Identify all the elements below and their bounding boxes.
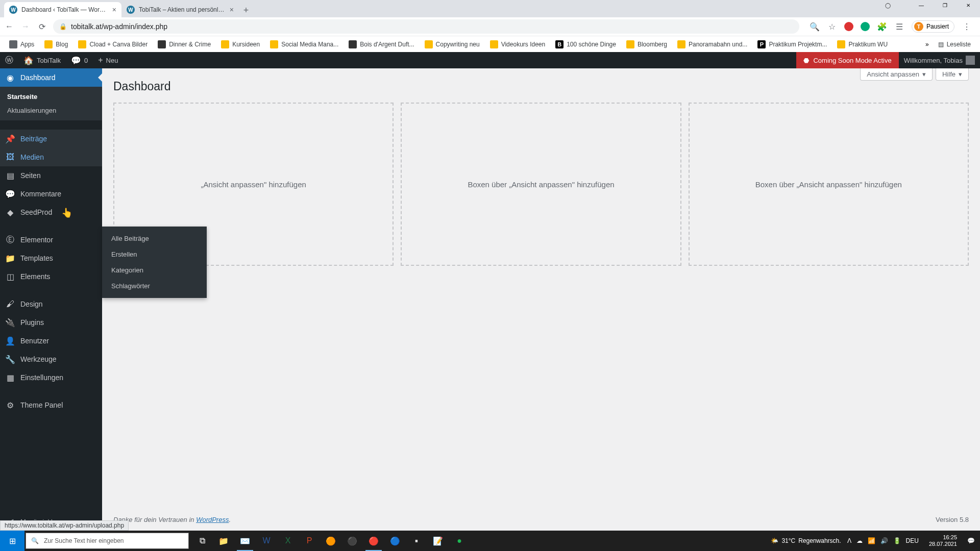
flyout-tags[interactable]: Schlagwörter: [102, 278, 207, 294]
gear-icon: ⚙: [5, 400, 15, 410]
bookmark-item[interactable]: Social Media Mana...: [266, 38, 342, 51]
volume-icon[interactable]: 🔊: [880, 537, 888, 544]
site-name-menu[interactable]: 🏠TobiTalk: [18, 52, 66, 68]
task-view-icon[interactable]: ⧉: [192, 531, 212, 551]
mail-icon[interactable]: ✉️: [235, 531, 255, 551]
menu-users[interactable]: 👤Benutzer: [0, 332, 102, 350]
bookmark-item[interactable]: B100 schöne Dinge: [551, 38, 620, 51]
menu-settings[interactable]: ▦Einstellungen: [0, 368, 102, 387]
widget-drop-zone[interactable]: Boxen über „Ansicht anpassen" hinzufügen: [401, 103, 681, 266]
menu-icon[interactable]: ⋮: [962, 21, 972, 32]
app-icon[interactable]: 🟠: [321, 531, 341, 551]
wordpress-favicon: W: [127, 6, 135, 14]
menu-dashboard[interactable]: ◉Dashboard: [0, 68, 102, 87]
menu-theme-panel[interactable]: ⚙Theme Panel: [0, 396, 102, 414]
bookmark-item[interactable]: Panoramabahn und...: [673, 38, 751, 51]
browser-tab[interactable]: W TobiTalk – Aktien und persönlich ×: [121, 2, 239, 17]
flyout-all-posts[interactable]: Alle Beiträge: [102, 231, 207, 246]
apps-button[interactable]: Apps: [5, 38, 38, 51]
menu-media[interactable]: 🖾Medien: [0, 148, 102, 166]
bookmark-item[interactable]: Dinner & Crime: [154, 38, 215, 51]
flyout-new-post[interactable]: Erstellen: [102, 246, 207, 262]
clock[interactable]: 16:25 28.07.2021: [925, 534, 961, 547]
notifications-icon[interactable]: 💬: [967, 537, 975, 544]
bookmark-item[interactable]: Videokurs Ideen: [486, 38, 550, 51]
submenu-home[interactable]: Startseite: [0, 90, 102, 104]
wifi-icon[interactable]: 📶: [868, 537, 875, 544]
menu-elements[interactable]: ◫Elements: [0, 267, 102, 286]
star-icon[interactable]: ☆: [827, 21, 837, 32]
start-button[interactable]: ⊞: [0, 531, 24, 551]
menu-appearance[interactable]: 🖌Design: [0, 295, 102, 313]
profile-button[interactable]: T Pausiert: [912, 20, 954, 33]
bookmark-item[interactable]: Praktikum WU: [833, 38, 892, 51]
screen-meta: Ansicht anpassen▾ Hilfe▾: [860, 68, 969, 81]
reading-list-icon[interactable]: ☰: [894, 21, 904, 32]
forward-button[interactable]: →: [20, 21, 31, 32]
incognito-icon[interactable]: ◯: [876, 0, 899, 10]
tab-title: TobiTalk – Aktien und persönlich: [139, 6, 226, 13]
reading-list-button[interactable]: ▤Leseliste: [934, 39, 975, 50]
folder-icon: [44, 40, 53, 48]
extension-icon[interactable]: [861, 22, 870, 31]
notepad-icon[interactable]: 📝: [428, 531, 448, 551]
folder-icon: 📁: [5, 253, 15, 263]
comments-menu[interactable]: 💬0: [66, 52, 93, 68]
help-button[interactable]: Hilfe▾: [936, 68, 969, 81]
bookmark-item[interactable]: Bois d'Argent Duft...: [345, 38, 418, 51]
weather-widget[interactable]: 🌤️ 31°C Regenwahrsch.: [771, 537, 841, 544]
user-menu[interactable]: Willkommen, Tobias: [899, 52, 980, 68]
maximize-button[interactable]: ❐: [933, 0, 957, 10]
browser-tab-active[interactable]: W Dashboard ‹ TobiTalk — WordPr ×: [4, 2, 121, 17]
tray-chevron-icon[interactable]: ᐱ: [847, 537, 851, 544]
zoom-icon[interactable]: 🔍: [810, 21, 820, 32]
menu-elementor[interactable]: ⒺElementor: [0, 231, 102, 249]
obs-icon[interactable]: ⚫: [342, 531, 362, 551]
battery-icon[interactable]: 🔋: [893, 537, 901, 544]
extensions-icon[interactable]: 🧩: [877, 21, 887, 32]
bookmarks-overflow[interactable]: »: [925, 41, 929, 48]
menu-comments[interactable]: 💬Kommentare: [0, 185, 102, 203]
new-content-menu[interactable]: +Neu: [93, 52, 123, 68]
menu-posts[interactable]: 📌Beiträge: [0, 130, 102, 148]
wordpress-link[interactable]: WordPress: [196, 516, 229, 523]
bookmark-item[interactable]: Kursideen: [217, 38, 264, 51]
widget-drop-zone[interactable]: Boxen über „Ansicht anpassen" hinzufügen: [689, 103, 969, 266]
bookmark-item[interactable]: Copywriting neu: [421, 38, 484, 51]
bookmark-item[interactable]: PPraktikum Projektm...: [753, 38, 831, 51]
spotify-icon[interactable]: ●: [449, 531, 470, 551]
menu-templates[interactable]: 📁Templates: [0, 249, 102, 267]
user-avatar: [966, 56, 975, 65]
coming-soon-badge[interactable]: ⬣Coming Soon Mode Active: [796, 52, 898, 68]
menu-plugins[interactable]: 🔌Plugins: [0, 313, 102, 332]
language-indicator[interactable]: DEU: [906, 537, 919, 544]
new-tab-button[interactable]: +: [239, 3, 253, 17]
menu-seedprod[interactable]: ◆SeedProd: [0, 203, 102, 221]
submenu-updates[interactable]: Aktualisierungen: [0, 104, 102, 117]
reload-button[interactable]: ⟳: [37, 21, 47, 32]
close-window-button[interactable]: ✕: [957, 0, 980, 10]
excel-icon[interactable]: X: [278, 531, 298, 551]
wp-logo-menu[interactable]: ⓦ: [0, 52, 18, 68]
explorer-icon[interactable]: 📁: [213, 531, 234, 551]
extension-icon[interactable]: [844, 22, 853, 31]
word-icon[interactable]: W: [256, 531, 277, 551]
onedrive-icon[interactable]: ☁: [856, 537, 863, 544]
app-icon[interactable]: ▫️: [406, 531, 427, 551]
minimize-button[interactable]: —: [910, 0, 933, 10]
flyout-categories[interactable]: Kategorien: [102, 262, 207, 278]
back-button[interactable]: ←: [4, 21, 14, 32]
chrome-icon[interactable]: 🔴: [363, 531, 384, 551]
taskbar-search[interactable]: 🔍 Zur Suche Text hier eingeben: [26, 533, 189, 549]
close-tab-icon[interactable]: ×: [230, 6, 234, 14]
bookmark-item[interactable]: Cload + Canva Bilder: [74, 38, 152, 51]
menu-tools[interactable]: 🔧Werkzeuge: [0, 350, 102, 368]
screen-options-button[interactable]: Ansicht anpassen▾: [860, 68, 933, 81]
url-input[interactable]: 🔒 tobitalk.at/wp-admin/index.php: [53, 19, 799, 34]
powerpoint-icon[interactable]: P: [299, 531, 320, 551]
bookmark-item[interactable]: Bloomberg: [622, 38, 671, 51]
menu-pages[interactable]: ▤Seiten: [0, 166, 102, 185]
bookmark-item[interactable]: Blog: [40, 38, 72, 51]
edge-icon[interactable]: 🔵: [385, 531, 405, 551]
close-tab-icon[interactable]: ×: [112, 6, 116, 14]
